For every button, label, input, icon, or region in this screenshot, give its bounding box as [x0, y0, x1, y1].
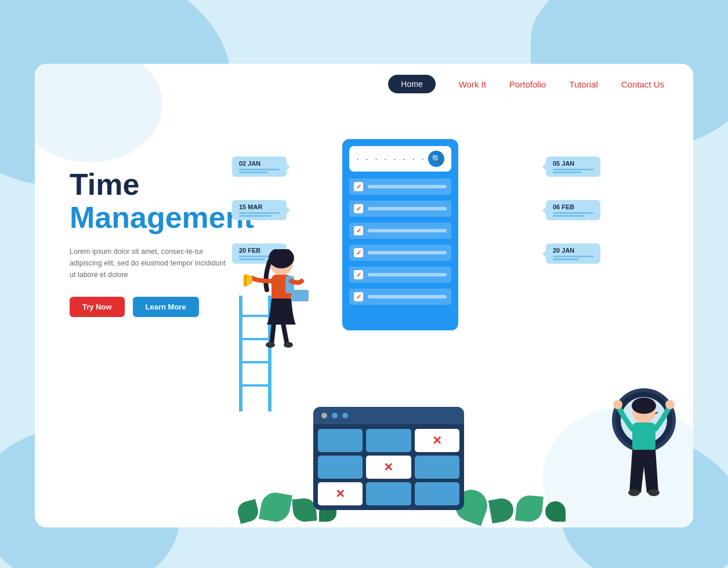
svg-point-14 [284, 342, 293, 348]
man-svg [606, 377, 682, 510]
check-item-4: ✓ [349, 245, 451, 261]
checkbox-6[interactable]: ✓ [354, 292, 363, 301]
check-item-3: ✓ [349, 223, 451, 239]
illustration-area: 02 JAN 15 MAR 20 FEB · · · · · · · · [220, 104, 693, 527]
svg-point-16 [632, 398, 656, 414]
date-tag-02jan: 02 JAN [232, 156, 287, 177]
check-item-6: ✓ [349, 289, 451, 305]
cal-cell-2 [366, 429, 411, 452]
cal-cell-1 [318, 429, 363, 452]
search-dots: · · · · · · · · [356, 153, 426, 165]
check-item-5: ✓ [349, 267, 451, 283]
cal-cell-9 [415, 482, 459, 505]
checkbox-3[interactable]: ✓ [354, 226, 363, 235]
check-item-2: ✓ [349, 201, 451, 217]
nav-tutorial[interactable]: Tutorial [569, 79, 597, 89]
navigation: Home Work It Portofolio Tutorial Contact… [35, 64, 693, 104]
svg-rect-17 [632, 423, 655, 452]
cal-dot-1 [321, 413, 327, 418]
learn-more-button[interactable]: Learn More [133, 297, 199, 317]
date-tag-06feb: 06 FEB [546, 200, 600, 220]
nav-portofolio[interactable]: Portofolio [509, 79, 546, 89]
hero-title-line2: Management [70, 201, 232, 234]
search-icon[interactable]: 🔍 [428, 151, 444, 167]
calendar-panel: ✕ ✕ ✕ [313, 407, 464, 510]
nav-contact-us[interactable]: Contact Us [621, 79, 664, 89]
try-now-button[interactable]: Try Now [70, 297, 125, 317]
hero-description: Lorem ipsum dolor sit amet, consec-te-tu… [70, 246, 232, 281]
svg-rect-10 [291, 290, 309, 301]
svg-point-20 [628, 489, 640, 496]
nav-home[interactable]: Home [388, 75, 435, 93]
date-tag-15mar: 15 MAR [232, 200, 287, 220]
cal-cell-6 [415, 456, 459, 479]
date-tag-20jan: 20 JAN [546, 243, 600, 264]
checkbox-5[interactable]: ✓ [354, 270, 363, 279]
checklist-items: ✓ ✓ ✓ ✓ ✓ [349, 179, 451, 305]
hero-title-line1: Time [70, 168, 232, 201]
calendar-header [313, 407, 464, 424]
check-item-1: ✓ [349, 179, 451, 195]
cal-dot-2 [332, 413, 338, 418]
svg-point-21 [648, 489, 660, 496]
checklist-panel: · · · · · · · · 🔍 ✓ ✓ ✓ ✓ [342, 139, 458, 330]
calendar-grid: ✕ ✕ ✕ [313, 424, 464, 510]
checkbox-1[interactable]: ✓ [354, 182, 363, 191]
checkbox-2[interactable]: ✓ [354, 204, 363, 213]
svg-point-18 [613, 400, 622, 409]
cal-cell-x2: ✕ [366, 456, 411, 479]
hero-content: Time Management Lorem ipsum dolor sit am… [70, 168, 232, 317]
svg-line-12 [283, 323, 287, 345]
cal-cell-x3: ✕ [318, 482, 363, 505]
main-card: Home Work It Portofolio Tutorial Contact… [35, 64, 693, 527]
svg-point-19 [665, 400, 675, 409]
person-woman [244, 249, 319, 348]
svg-line-11 [271, 323, 274, 345]
nav-work-it[interactable]: Work It [459, 79, 486, 89]
cal-dot-3 [342, 413, 348, 418]
date-tag-05jan: 05 JAN [546, 156, 600, 177]
woman-svg [244, 249, 319, 348]
cal-cell-8 [366, 482, 411, 505]
cal-cell-4 [318, 456, 363, 479]
checkbox-4[interactable]: ✓ [354, 248, 363, 257]
search-bar[interactable]: · · · · · · · · 🔍 [349, 146, 451, 172]
person-man [606, 377, 682, 510]
cal-cell-x1: ✕ [415, 429, 459, 452]
svg-point-13 [266, 342, 275, 348]
hero-buttons: Try Now Learn More [70, 297, 232, 317]
